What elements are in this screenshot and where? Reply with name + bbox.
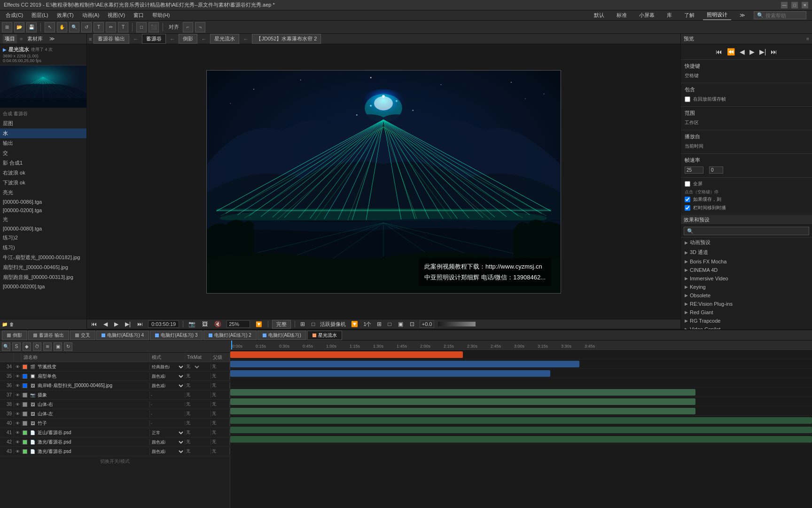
play-first-button[interactable]: ⏮ — [90, 321, 98, 327]
mode-select[interactable]: 颜色减i — [150, 449, 185, 454]
track-row[interactable] — [230, 388, 812, 397]
play-next-button[interactable]: ▶| — [124, 321, 132, 327]
play-prev-button[interactable]: ◀ — [102, 321, 109, 327]
list-item[interactable]: 练习)2 — [0, 233, 86, 243]
render-option[interactable]: ▣ — [397, 321, 405, 327]
effect-video-copilot[interactable]: ▶ Video Copilot — [681, 325, 812, 329]
track-row[interactable] — [230, 435, 812, 444]
track-row[interactable] — [230, 425, 812, 435]
tool-pen[interactable]: ✏ — [106, 22, 116, 32]
align-right[interactable]: ¬ — [195, 22, 205, 32]
menu-help[interactable]: 帮助(H) — [148, 11, 173, 20]
list-item[interactable]: 亮光 — [0, 188, 86, 198]
layer-row[interactable]: 38 👁 🖼 山体-右 - 无 无 — [0, 400, 230, 409]
camera-dropdown[interactable]: 🔽 — [350, 321, 359, 327]
current-time[interactable]: 0:03:50:19 — [148, 320, 179, 328]
mode-select[interactable]: 颜色减i — [150, 373, 185, 379]
mode-select[interactable]: 经典颜色i — [150, 364, 185, 370]
layer-row[interactable]: 35 👁 🔲 扇型单色 颜色减i 无 无 — [0, 372, 230, 381]
menu-window[interactable]: 窗口 — [130, 11, 148, 20]
effect-boris[interactable]: ▶ Boris FX Mocha — [681, 257, 812, 266]
list-item[interactable]: [00000-00200].tga — [0, 282, 86, 291]
workspace-library[interactable]: 库 — [663, 11, 676, 20]
tl-tab-output[interactable]: 蓄源谷 输出 — [28, 331, 69, 340]
layer-vis[interactable]: 👁 — [14, 449, 22, 454]
layer-mode[interactable]: - — [150, 393, 185, 397]
comp-tab-valley[interactable]: 蓄源谷 — [142, 34, 166, 44]
workspace-default[interactable]: 默认 — [590, 11, 608, 20]
mode-select[interactable]: 正常 — [150, 430, 185, 436]
list-item-selected[interactable]: 水 — [0, 128, 86, 138]
tool-rotate[interactable]: ↺ — [81, 22, 92, 32]
menu-animation[interactable]: 动画(A) — [78, 11, 103, 20]
tab-project[interactable]: 项目 — [3, 34, 17, 43]
list-item[interactable]: 练习) — [0, 243, 86, 253]
layer-row[interactable]: 41 👁 📄 近山/蓄源谷.psd 正常 无 无 — [0, 428, 230, 437]
fullscreen-checkbox[interactable] — [685, 181, 690, 187]
framerate-input2[interactable] — [709, 167, 723, 174]
exposure-value[interactable]: +0.0 — [420, 320, 435, 328]
preview-prev-button[interactable]: ◀ — [740, 48, 745, 56]
layer-mode[interactable]: - — [150, 402, 185, 407]
view-options[interactable]: ⊞ — [375, 321, 383, 327]
save-button[interactable]: 💾 — [26, 22, 37, 32]
muted-checkbox[interactable] — [685, 205, 690, 211]
list-item[interactable]: 影 合成1 — [0, 158, 86, 168]
menu-composition[interactable]: 合成(C) — [2, 11, 27, 20]
close-button[interactable]: ✕ — [802, 2, 808, 8]
align-left[interactable]: ⌐ — [183, 22, 193, 32]
layer-mode[interactable]: 经典颜色i — [150, 364, 185, 370]
track-row[interactable] — [230, 416, 812, 425]
layer-vis[interactable]: 👁 — [14, 374, 22, 379]
play-button[interactable]: ▶ — [113, 321, 120, 327]
tool-mask[interactable]: □ — [136, 22, 147, 32]
mode-select[interactable]: 颜色减i — [150, 439, 185, 445]
effect-red-giant[interactable]: ▶ Red Giant — [681, 308, 812, 317]
track-row[interactable] — [230, 359, 812, 369]
layer-vis[interactable]: 👁 — [14, 412, 22, 416]
menu-view[interactable]: 视图(V) — [104, 11, 129, 20]
track-row[interactable] — [230, 369, 812, 378]
layer-vis[interactable]: 👁 — [14, 440, 22, 444]
draft-button[interactable]: ▣ — [54, 342, 62, 351]
show-snapshot-button[interactable]: 🖼 — [201, 321, 209, 327]
layer-mode[interactable]: - — [150, 412, 185, 416]
new-comp-button[interactable]: ⊞ — [2, 22, 12, 32]
workspace-standard[interactable]: 标准 — [613, 11, 631, 20]
add-marker-button[interactable]: ◆ — [23, 342, 31, 351]
layer-row[interactable]: 36 👁 🖼 南岸嶂·扇型扫光_[00000-00465].jpg 颜色减i 无… — [0, 381, 230, 390]
tool-shape[interactable]: T — [94, 22, 104, 32]
layer-vis[interactable]: 👁 — [14, 430, 22, 435]
menu-layer[interactable]: 图层(L) — [28, 11, 52, 20]
list-item[interactable]: 牛江-扇型遮光_[00000-00182].jpg — [0, 253, 86, 262]
tl-tab-reflection[interactable]: 倒影 — [2, 331, 27, 340]
minimize-button[interactable]: — — [781, 2, 788, 8]
track-row[interactable] — [230, 397, 812, 406]
layer-row[interactable]: 40 👁 🖼 竹子 - 无 无 — [0, 419, 230, 428]
layer-mode[interactable]: 颜色减i — [150, 383, 185, 389]
open-button[interactable]: 📂 — [14, 22, 24, 32]
effects-search-input[interactable] — [684, 227, 809, 235]
search-input[interactable] — [765, 13, 803, 18]
preview-last-button[interactable]: ⏭ — [771, 48, 777, 56]
list-item[interactable]: 扇型扫光_[00000-00465].jpg — [0, 262, 86, 272]
layer-vis[interactable]: 👁 — [14, 365, 22, 369]
effect-keying[interactable]: ▶ Keying — [681, 283, 812, 291]
comp-tab-output[interactable]: 蓄源谷 输出 — [94, 34, 129, 44]
effect-3d-channel[interactable]: ▶ 3D 通道 — [681, 247, 812, 257]
solo-button[interactable]: S — [12, 342, 21, 351]
list-item[interactable]: 扇型跑音频_[00000-00313].jpg — [0, 272, 86, 282]
preview-first-button[interactable]: ⏮ — [716, 48, 722, 56]
effect-immersive[interactable]: ▶ Immersive Video — [681, 274, 812, 283]
tool-arrow[interactable]: ↖ — [45, 22, 55, 32]
preview-play-button[interactable]: ▶ — [750, 48, 755, 56]
tl-tab-starlight[interactable]: 星光流水 — [307, 331, 342, 340]
layer-mode[interactable]: 正常 — [150, 430, 185, 436]
layer-row[interactable]: 43 👁 📄 激光/蓄源谷.psd 颜色减i 无 无 — [0, 447, 230, 456]
layer-vis[interactable]: 👁 — [14, 393, 22, 397]
tool-zoom[interactable]: 🔍 — [69, 22, 79, 32]
workspace-small[interactable]: 小屏幕 — [635, 11, 658, 20]
zoom-icon[interactable]: 🔽 — [254, 321, 264, 327]
list-item[interactable]: 右波浪 ok — [0, 168, 86, 178]
layer-vis[interactable]: 👁 — [14, 402, 22, 407]
